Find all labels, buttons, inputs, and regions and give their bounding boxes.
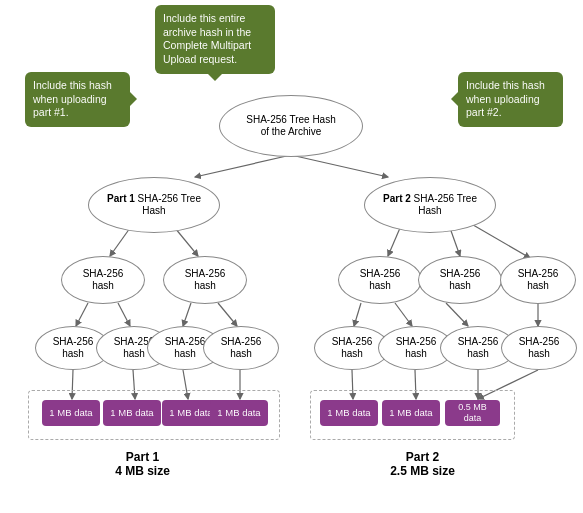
diagram: Include this entire archive hash in the … <box>0 0 583 513</box>
svg-line-3 <box>175 228 198 256</box>
svg-line-5 <box>450 228 460 256</box>
part1-tree-hash-node: Part 1 SHA-256 TreeHash <box>88 177 220 233</box>
svg-line-0 <box>195 155 291 177</box>
p2-mid-hash: SHA-256hash <box>418 256 502 304</box>
callout-right: Include this hash when uploading part #2… <box>458 72 563 127</box>
data-block-6: 1 MB data <box>382 400 440 426</box>
data-block-2: 1 MB data <box>103 400 161 426</box>
svg-line-7 <box>76 303 88 326</box>
svg-line-1 <box>291 155 388 177</box>
svg-line-9 <box>183 303 191 326</box>
data-block-7: 0.5 MBdata <box>445 400 500 426</box>
p2-rr-hash: SHA-256hash <box>501 326 577 370</box>
p1-rr-hash: SHA-256hash <box>203 326 279 370</box>
svg-line-2 <box>110 228 130 256</box>
svg-line-12 <box>395 303 412 326</box>
svg-line-4 <box>388 228 400 256</box>
svg-line-8 <box>118 303 130 326</box>
p2-right-hash: SHA-256hash <box>500 256 576 304</box>
svg-line-11 <box>354 303 361 326</box>
part2-tree-hash-node: Part 2 SHA-256 TreeHash <box>364 177 496 233</box>
root-hash-node: SHA-256 Tree Hashof the Archive <box>219 95 363 157</box>
svg-line-13 <box>446 303 468 326</box>
data-block-4: 1 MB data <box>210 400 268 426</box>
data-block-1: 1 MB data <box>42 400 100 426</box>
data-block-5: 1 MB data <box>320 400 378 426</box>
callout-left: Include this hash when uploading part #1… <box>25 72 130 127</box>
callout-center: Include this entire archive hash in the … <box>155 5 275 74</box>
p2-left-hash: SHA-256hash <box>338 256 422 304</box>
svg-line-10 <box>218 303 237 326</box>
p1-right-hash: SHA-256hash <box>163 256 247 304</box>
svg-line-6 <box>468 222 530 258</box>
p1-left-hash: SHA-256hash <box>61 256 145 304</box>
